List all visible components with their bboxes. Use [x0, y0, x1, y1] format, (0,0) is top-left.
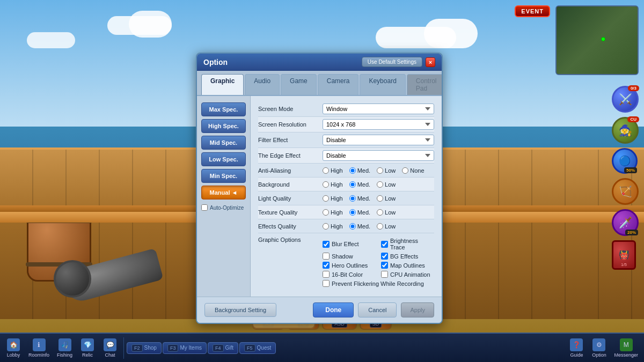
relic-btn[interactable]: 💎 Relic	[77, 337, 98, 359]
character-icon-6[interactable]: 👹 1/5	[612, 240, 636, 270]
antialiasing-control: High Med. Low None	[323, 167, 434, 174]
messenger-btn[interactable]: M Messenger	[611, 337, 641, 359]
brightness-trace-checkbox[interactable]	[381, 241, 388, 248]
maxspec-btn[interactable]: Max Spec.	[201, 102, 246, 116]
character-icon-4[interactable]: 🏹	[612, 178, 639, 205]
prevent-flickering-checkbox[interactable]	[323, 280, 330, 287]
edgeeffect-control: Disable Enable	[323, 150, 434, 161]
quest-btn[interactable]: F5 Quest	[239, 342, 276, 354]
cpu-animation-option[interactable]: CPU Animation	[381, 271, 434, 278]
antialiasing-high[interactable]: High	[323, 167, 343, 174]
gift-btn[interactable]: F4 Gift	[208, 342, 238, 354]
brightness-trace-option[interactable]: Brightness Trace	[381, 238, 434, 250]
tq-high[interactable]: High	[323, 209, 343, 216]
hero-outlines-checkbox[interactable]	[323, 262, 330, 269]
tab-controlpad: Control Pad	[407, 74, 443, 95]
edgeeffect-select[interactable]: Disable Enable	[323, 150, 434, 161]
f2-badge: F2	[131, 344, 143, 352]
shadow-checkbox[interactable]	[323, 253, 330, 260]
character-icon-3[interactable]: 🔵 50%	[612, 148, 638, 174]
highspec-btn[interactable]: High Spec.	[201, 119, 246, 133]
blur-effect-option[interactable]: Blur Effect	[323, 238, 376, 250]
character-icon-5[interactable]: 🗡️ 20%	[612, 209, 639, 236]
event-badge: EVENT	[515, 5, 550, 17]
chat-btn[interactable]: 💬 Chat	[99, 337, 121, 359]
hero-outlines-option[interactable]: Hero Outlines	[323, 262, 376, 269]
minspec-btn[interactable]: Min Spec.	[201, 169, 246, 183]
titlebar-right: Use Default Settings ×	[362, 57, 435, 67]
auto-optimize-label[interactable]: Auto-Optimize	[201, 204, 246, 211]
bg-setting-btn[interactable]: Background Setting	[204, 303, 276, 317]
tab-keyboard[interactable]: Keyboard	[360, 74, 405, 95]
shop-btn[interactable]: F2 Shop	[127, 342, 162, 354]
messenger-label: Messenger	[614, 352, 638, 358]
filtereffect-select[interactable]: Disable Enable	[323, 135, 434, 145]
character-icon-2[interactable]: 🧙 CU	[612, 117, 639, 144]
map-outlines-checkbox[interactable]	[381, 262, 388, 269]
fishing-btn[interactable]: 🎣 Fishing	[54, 337, 76, 359]
antialiasing-med[interactable]: Med.	[349, 167, 370, 174]
lq-high[interactable]: High	[323, 195, 343, 202]
resolution-select[interactable]: 800 x 600 1024 x 768 1280 x 720 1920 x 1…	[323, 119, 434, 130]
background-control: High Med. Low	[323, 181, 434, 188]
lq-low[interactable]: Low	[377, 195, 396, 202]
cpu-animation-checkbox[interactable]	[381, 271, 388, 278]
relic-icon: 💎	[81, 338, 94, 351]
antialiasing-row: Anti-Aliasing High Med. Low None	[258, 164, 434, 178]
bg-low[interactable]: Low	[377, 181, 396, 188]
prevent-flickering-option[interactable]: Prevent Flickering While Recording	[323, 280, 434, 287]
16bit-color-checkbox[interactable]	[323, 271, 330, 278]
manual-btn[interactable]: Manual ◄	[201, 186, 246, 200]
eq-med[interactable]: Med.	[349, 223, 370, 230]
shadow-option[interactable]: Shadow	[323, 253, 376, 260]
lq-med[interactable]: Med.	[349, 195, 370, 202]
close-btn[interactable]: ×	[426, 57, 435, 67]
lobby-icon: 🏠	[7, 338, 20, 351]
mini-map	[555, 5, 639, 75]
guide-label: Guide	[570, 352, 583, 358]
default-settings-btn[interactable]: Use Default Settings	[362, 57, 422, 67]
dialog-title: Option	[203, 58, 228, 67]
blur-effect-checkbox[interactable]	[323, 241, 330, 248]
cancel-btn[interactable]: Cancel	[358, 302, 397, 317]
gift-label: Gift	[225, 345, 234, 351]
bg-effects-option[interactable]: BG Effects	[381, 253, 434, 260]
option-btn[interactable]: ⚙ Option	[588, 337, 610, 359]
graphicoptions-label: Graphic Options	[258, 235, 323, 243]
f3-badge: F3	[167, 344, 179, 352]
apply-btn[interactable]: Apply	[401, 302, 434, 317]
myitems-btn[interactable]: F3 My Items	[163, 342, 207, 354]
tq-low[interactable]: Low	[377, 209, 396, 216]
bg-high[interactable]: High	[323, 181, 343, 188]
16bit-color-option[interactable]: 16-Bit Color	[323, 271, 376, 278]
resolution-control: 800 x 600 1024 x 768 1280 x 720 1920 x 1…	[323, 119, 434, 130]
roominfo-label: RoomInfo	[28, 352, 49, 358]
tab-audio[interactable]: Audio	[245, 74, 280, 95]
dialog-body: Max Spec. High Spec. Mid Spec. Low Spec.…	[197, 96, 442, 297]
midspec-btn[interactable]: Mid Spec.	[201, 136, 246, 150]
antialiasing-none[interactable]: None	[402, 167, 424, 174]
tab-camera[interactable]: Camera	[318, 74, 359, 95]
screenmode-select[interactable]: Window Full Screen Windowed Full Screen	[323, 104, 434, 114]
tab-graphic[interactable]: Graphic	[201, 74, 244, 95]
eq-high[interactable]: High	[323, 223, 343, 230]
character-icon-1[interactable]: ⚔️ 0/3	[612, 86, 639, 113]
bg-effects-checkbox[interactable]	[381, 253, 388, 260]
lowspec-btn[interactable]: Low Spec.	[201, 152, 246, 166]
antialiasing-low[interactable]: Low	[377, 167, 396, 174]
resolution-row: Screen Resolution 800 x 600 1024 x 768 1…	[258, 117, 434, 132]
tab-game[interactable]: Game	[281, 74, 317, 95]
roominfo-btn[interactable]: ℹ RoomInfo	[25, 337, 53, 359]
eq-low[interactable]: Low	[377, 223, 396, 230]
option-label: Option	[592, 352, 606, 358]
lobby-btn[interactable]: 🏠 Lobby	[3, 337, 24, 359]
done-btn[interactable]: Done	[313, 302, 354, 317]
effectsquality-row: Effects Quality High Med. Low	[258, 219, 434, 233]
bg-med[interactable]: Med.	[349, 181, 370, 188]
f5-badge: F5	[244, 344, 255, 352]
tq-med[interactable]: Med.	[349, 209, 370, 216]
background-label: Background	[258, 181, 323, 188]
auto-optimize-checkbox[interactable]	[201, 204, 208, 211]
guide-btn[interactable]: ❓ Guide	[566, 337, 587, 359]
map-outlines-option[interactable]: Map Outlines	[381, 262, 434, 269]
